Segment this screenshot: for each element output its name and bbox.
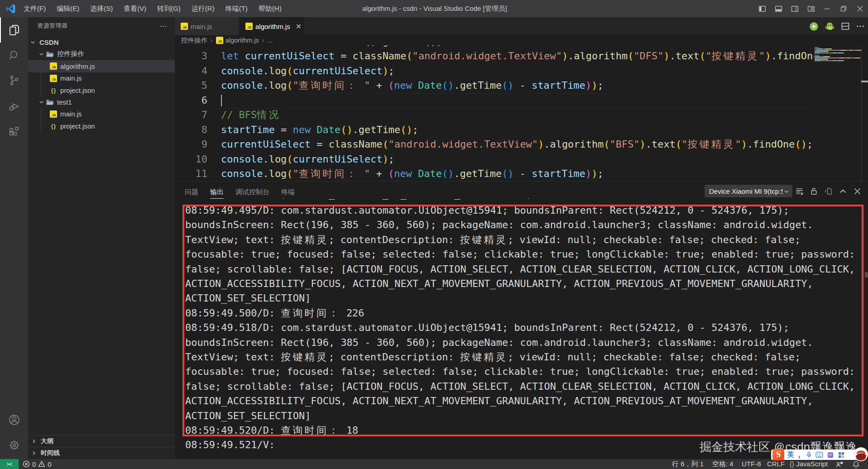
language-label: JavaScript <box>796 460 828 468</box>
output-line: focusable: true; focused: false; selecte… <box>185 364 855 379</box>
output-log[interactable]: GRANULARITY, ACTION_PREVIOUS_AT_MOVEMENT… <box>175 198 868 459</box>
svg-text:JS: JS <box>52 77 56 81</box>
minimap-line <box>856 57 859 58</box>
menu-bar: 文件(F)编辑(E)选择(S)查看(V)转到(G)运行(R)终端(T)帮助(H) <box>18 0 287 17</box>
tree-item-main.js[interactable]: JSmain.js <box>28 108 175 120</box>
ime-lang-badge[interactable]: 英 <box>786 450 795 459</box>
feedback-icon[interactable] <box>835 459 843 469</box>
split-editor-icon[interactable] <box>841 22 850 31</box>
code-line-10: 10console.log(currentUiSelect); <box>175 152 814 167</box>
search-icon[interactable] <box>0 43 28 68</box>
android-device-icon[interactable] <box>825 22 834 31</box>
ime-mic-icon[interactable] <box>805 450 813 459</box>
line-number: 6 <box>175 93 207 108</box>
sogou-logo[interactable]: S <box>772 449 784 460</box>
ime-ball-logo[interactable] <box>854 447 868 461</box>
tree-item-CSDN[interactable]: CSDN <box>28 36 175 48</box>
menu-go[interactable]: 转到(G) <box>152 0 186 17</box>
customize-layout-icon[interactable] <box>803 0 819 17</box>
svg-text:JS: JS <box>218 39 222 43</box>
ime-toolbox-icon[interactable] <box>837 450 845 459</box>
minimap-line <box>852 50 857 51</box>
json-file-icon: { } <box>50 122 57 129</box>
status-indent[interactable]: 空格: 4 <box>712 459 734 469</box>
menu-terminal[interactable]: 终端(T) <box>220 0 253 17</box>
open-output-in-editor-icon[interactable] <box>824 187 833 196</box>
close-window-icon[interactable] <box>852 0 868 17</box>
output-line: 08:59:49.521/V: <box>185 438 275 453</box>
toggle-panel-icon[interactable] <box>770 0 786 17</box>
minimap[interactable] <box>814 45 861 181</box>
ime-skin-icon[interactable] <box>826 450 834 459</box>
output-line-clipped: GRANULARITY, ACTION_PREVIOUS_AT_MOVEMENT… <box>185 198 532 202</box>
breadcrumb-file[interactable]: algorithm.js <box>225 37 259 44</box>
tree-item-main.js[interactable]: JSmain.js <box>28 72 175 84</box>
menu-view[interactable]: 查看(V) <box>118 0 152 17</box>
tree-item-xxxx[interactable]: 控件操作 <box>28 48 175 60</box>
minimap-line <box>820 59 827 60</box>
tree-item-project.json[interactable]: { }project.json <box>28 84 175 96</box>
breadcrumb-folder[interactable]: 控件操作 <box>181 36 207 45</box>
more-actions-icon[interactable] <box>856 22 864 30</box>
maximize-panel-icon[interactable] <box>839 187 847 196</box>
explorer-icon[interactable] <box>0 17 28 43</box>
minimap-line <box>815 57 821 58</box>
tree-item-test1[interactable]: test1 <box>28 96 175 108</box>
breadcrumb-symbol[interactable]: ... <box>267 37 273 44</box>
toggle-secondary-sidebar-icon[interactable] <box>786 0 803 17</box>
folder-icon <box>46 51 54 58</box>
status-line-col[interactable]: 行 6，列 1 <box>672 459 704 469</box>
minimap-line <box>820 60 826 61</box>
account-icon[interactable] <box>0 407 28 432</box>
remote-indicator[interactable] <box>0 459 19 469</box>
menu-selection[interactable]: 选择(S) <box>85 0 118 17</box>
sidebar-section-outline[interactable]: 大纲 <box>28 435 175 447</box>
extensions-icon[interactable] <box>0 119 28 144</box>
sidebar-section-timeline[interactable]: 时间线 <box>28 447 175 459</box>
clear-output-icon[interactable] <box>795 187 804 196</box>
minimap-line <box>840 57 844 58</box>
output-line: focusable: true; focused: false; selecte… <box>185 247 855 262</box>
close-tab-icon[interactable]: ✕ <box>296 22 302 31</box>
tab-main-js[interactable]: JS main.js <box>175 17 239 35</box>
status-encoding[interactable]: UTF-8 <box>742 459 761 469</box>
tab-algorithm-js[interactable]: JS algorithm.js ✕ <box>240 17 304 35</box>
line-number: 11 <box>175 167 207 181</box>
output-line: TextView; text: 按键精灵; contentDescription… <box>185 233 801 248</box>
menu-edit[interactable]: 编辑(E) <box>51 0 85 17</box>
output-line: 08:59:49.520/D: 查询时间： 18 <box>185 423 358 438</box>
toggle-primary-sidebar-icon[interactable] <box>754 0 770 17</box>
ime-toolbar: S 英 , <box>771 450 857 460</box>
status-language[interactable]: {} JavaScript <box>790 459 828 469</box>
ime-keyboard-icon[interactable] <box>815 450 824 459</box>
menu-help[interactable]: 帮助(H) <box>253 0 287 17</box>
line-number: 2 <box>175 45 207 49</box>
minimize-icon[interactable] <box>819 0 835 17</box>
device-dropdown[interactable]: Device Xiaomi MI 9(tcp:5555) <box>705 185 792 197</box>
code-editor[interactable]: 1// DFS情况2let startTime = new Date().get… <box>175 45 814 181</box>
line-number: 7 <box>175 108 207 123</box>
unlock-auto-scroll-icon[interactable] <box>810 187 818 196</box>
breadcrumb: 控件操作 › JS algorithm.js › ... <box>175 35 868 45</box>
menu-file[interactable]: 文件(F) <box>18 0 51 17</box>
source-control-icon[interactable] <box>0 68 28 93</box>
tree-item-algorithm.js[interactable]: JSalgorithm.js <box>28 60 175 72</box>
panel-scrollbar[interactable] <box>865 272 868 278</box>
tab-label: algorithm.js <box>255 23 290 30</box>
menu-run[interactable]: 运行(R) <box>186 0 220 17</box>
ime-punct-icon[interactable]: , <box>796 450 802 459</box>
chevron-right-icon: › <box>262 37 264 44</box>
settings-gear-icon[interactable] <box>0 432 28 458</box>
code-text: // BFS情况 <box>221 108 281 123</box>
tree-item-project.json[interactable]: { }project.json <box>28 120 175 132</box>
code-text: currentUiSelect = className("android.wid… <box>221 137 813 152</box>
close-panel-icon[interactable] <box>853 187 862 196</box>
run-debug-icon[interactable] <box>0 93 28 119</box>
problems-status[interactable]: 0 0 <box>23 459 52 469</box>
restore-icon[interactable] <box>835 0 852 17</box>
run-script-icon[interactable] <box>809 22 819 31</box>
js-file-icon: JS <box>50 62 57 70</box>
indent-guide <box>41 60 41 96</box>
status-eol[interactable]: CRLF <box>767 459 785 469</box>
output-line: false; scrollable: false; [ACTION_FOCUS,… <box>185 379 855 394</box>
